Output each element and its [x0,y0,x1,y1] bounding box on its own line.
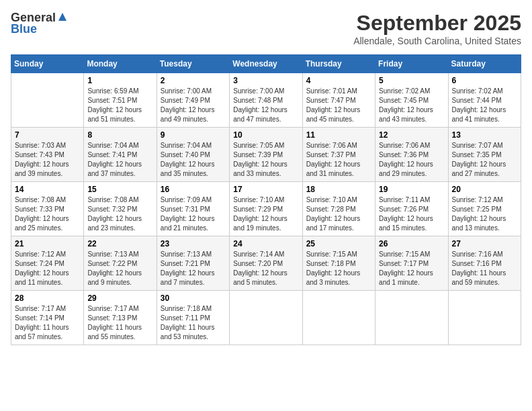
calendar-cell [11,73,84,128]
calendar-cell: 19Sunrise: 7:11 AM Sunset: 7:26 PM Dayli… [375,182,448,236]
day-number: 30 [161,293,226,303]
day-number: 2 [161,76,226,85]
day-info: Sunrise: 7:09 AM Sunset: 7:31 PM Dayligh… [161,195,226,233]
day-number: 9 [161,130,226,140]
weekday-header-monday: Monday [84,55,157,73]
day-info: Sunrise: 7:12 AM Sunset: 7:24 PM Dayligh… [15,250,80,287]
day-number: 4 [306,76,371,85]
day-info: Sunrise: 7:06 AM Sunset: 7:36 PM Dayligh… [379,141,444,179]
calendar-cell [375,291,448,345]
day-info: Sunrise: 7:14 AM Sunset: 7:20 PM Dayligh… [233,250,298,287]
day-info: Sunrise: 7:08 AM Sunset: 7:32 PM Dayligh… [87,195,152,233]
day-number: 6 [452,76,517,85]
day-info: Sunrise: 7:10 AM Sunset: 7:28 PM Dayligh… [306,195,371,233]
day-info: Sunrise: 7:04 AM Sunset: 7:40 PM Dayligh… [161,141,226,179]
location-title: Allendale, South Carolina, United States [353,36,521,46]
calendar-cell: 3Sunrise: 7:00 AM Sunset: 7:48 PM Daylig… [230,73,302,128]
calendar-cell: 20Sunrise: 7:12 AM Sunset: 7:25 PM Dayli… [448,182,521,236]
day-info: Sunrise: 7:02 AM Sunset: 7:45 PM Dayligh… [379,87,444,124]
calendar-cell: 7Sunrise: 7:03 AM Sunset: 7:43 PM Daylig… [11,128,84,182]
logo: General Blue [11,11,68,36]
day-number: 26 [379,239,444,248]
day-info: Sunrise: 7:06 AM Sunset: 7:37 PM Dayligh… [306,141,371,179]
day-number: 21 [15,239,80,248]
day-info: Sunrise: 7:03 AM Sunset: 7:43 PM Dayligh… [15,141,80,179]
weekday-header-friday: Friday [375,55,448,73]
day-number: 23 [161,239,226,248]
month-title: September 2025 [353,11,521,36]
calendar-cell: 21Sunrise: 7:12 AM Sunset: 7:24 PM Dayli… [11,236,84,291]
day-info: Sunrise: 7:00 AM Sunset: 7:48 PM Dayligh… [233,87,298,124]
calendar-cell: 28Sunrise: 7:17 AM Sunset: 7:14 PM Dayli… [11,291,84,345]
day-number: 28 [15,293,80,303]
calendar-cell: 2Sunrise: 7:00 AM Sunset: 7:49 PM Daylig… [157,73,229,128]
day-info: Sunrise: 7:17 AM Sunset: 7:14 PM Dayligh… [15,304,80,342]
weekday-header-thursday: Thursday [302,55,375,73]
calendar-cell [448,291,521,345]
day-number: 8 [87,130,152,140]
day-number: 16 [161,185,226,194]
calendar-cell: 24Sunrise: 7:14 AM Sunset: 7:20 PM Dayli… [230,236,302,291]
day-number: 14 [15,185,80,194]
day-number: 7 [15,130,80,140]
calendar-cell: 10Sunrise: 7:05 AM Sunset: 7:39 PM Dayli… [230,128,302,182]
day-info: Sunrise: 7:08 AM Sunset: 7:33 PM Dayligh… [15,195,80,233]
calendar-cell: 27Sunrise: 7:16 AM Sunset: 7:16 PM Dayli… [448,236,521,291]
day-number: 5 [379,76,444,85]
calendar-cell: 29Sunrise: 7:17 AM Sunset: 7:13 PM Dayli… [84,291,157,345]
day-number: 22 [87,239,152,248]
weekday-header-sunday: Sunday [11,55,84,73]
calendar-cell: 14Sunrise: 7:08 AM Sunset: 7:33 PM Dayli… [11,182,84,236]
weekday-header-saturday: Saturday [448,55,521,73]
logo-blue: Blue [11,22,37,36]
day-number: 15 [87,185,152,194]
calendar-cell: 30Sunrise: 7:18 AM Sunset: 7:11 PM Dayli… [157,291,229,345]
calendar-cell: 8Sunrise: 7:04 AM Sunset: 7:41 PM Daylig… [84,128,157,182]
day-info: Sunrise: 7:05 AM Sunset: 7:39 PM Dayligh… [233,141,298,179]
calendar-cell: 9Sunrise: 7:04 AM Sunset: 7:40 PM Daylig… [157,128,229,182]
day-number: 18 [306,185,371,194]
calendar-cell: 5Sunrise: 7:02 AM Sunset: 7:45 PM Daylig… [375,73,448,128]
day-info: Sunrise: 7:10 AM Sunset: 7:29 PM Dayligh… [233,195,298,233]
day-info: Sunrise: 7:04 AM Sunset: 7:41 PM Dayligh… [87,141,152,179]
calendar-cell: 13Sunrise: 7:07 AM Sunset: 7:35 PM Dayli… [448,128,521,182]
day-info: Sunrise: 7:17 AM Sunset: 7:13 PM Dayligh… [87,304,152,342]
calendar-cell: 26Sunrise: 7:15 AM Sunset: 7:17 PM Dayli… [375,236,448,291]
day-number: 27 [452,239,517,248]
day-info: Sunrise: 7:13 AM Sunset: 7:22 PM Dayligh… [87,250,152,287]
calendar-table: SundayMondayTuesdayWednesdayThursdayFrid… [11,54,521,345]
calendar-cell: 12Sunrise: 7:06 AM Sunset: 7:36 PM Dayli… [375,128,448,182]
day-number: 17 [233,185,298,194]
day-info: Sunrise: 6:59 AM Sunset: 7:51 PM Dayligh… [87,87,152,124]
svg-marker-0 [58,13,66,21]
title-area: September 2025 Allendale, South Carolina… [353,11,521,46]
day-number: 19 [379,185,444,194]
calendar-cell: 11Sunrise: 7:06 AM Sunset: 7:37 PM Dayli… [302,128,375,182]
day-info: Sunrise: 7:01 AM Sunset: 7:47 PM Dayligh… [306,87,371,124]
calendar-cell: 6Sunrise: 7:02 AM Sunset: 7:44 PM Daylig… [448,73,521,128]
calendar-cell: 16Sunrise: 7:09 AM Sunset: 7:31 PM Dayli… [157,182,229,236]
logo-icon [57,11,68,25]
day-number: 3 [233,76,298,85]
day-number: 11 [306,130,371,140]
day-info: Sunrise: 7:18 AM Sunset: 7:11 PM Dayligh… [161,304,226,342]
day-info: Sunrise: 7:00 AM Sunset: 7:49 PM Dayligh… [161,87,226,124]
calendar-cell [230,291,302,345]
calendar-cell [302,291,375,345]
day-number: 10 [233,130,298,140]
day-info: Sunrise: 7:12 AM Sunset: 7:25 PM Dayligh… [452,195,517,233]
day-number: 20 [452,185,517,194]
day-info: Sunrise: 7:15 AM Sunset: 7:17 PM Dayligh… [379,250,444,287]
weekday-header-tuesday: Tuesday [157,55,229,73]
day-info: Sunrise: 7:16 AM Sunset: 7:16 PM Dayligh… [452,250,517,287]
calendar-cell: 15Sunrise: 7:08 AM Sunset: 7:32 PM Dayli… [84,182,157,236]
calendar-cell: 4Sunrise: 7:01 AM Sunset: 7:47 PM Daylig… [302,73,375,128]
day-info: Sunrise: 7:15 AM Sunset: 7:18 PM Dayligh… [306,250,371,287]
calendar-cell: 18Sunrise: 7:10 AM Sunset: 7:28 PM Dayli… [302,182,375,236]
calendar-cell: 25Sunrise: 7:15 AM Sunset: 7:18 PM Dayli… [302,236,375,291]
page-header: General Blue September 2025 Allendale, S… [11,11,521,46]
day-info: Sunrise: 7:11 AM Sunset: 7:26 PM Dayligh… [379,195,444,233]
day-number: 12 [379,130,444,140]
weekday-header-wednesday: Wednesday [230,55,302,73]
calendar-cell: 17Sunrise: 7:10 AM Sunset: 7:29 PM Dayli… [230,182,302,236]
